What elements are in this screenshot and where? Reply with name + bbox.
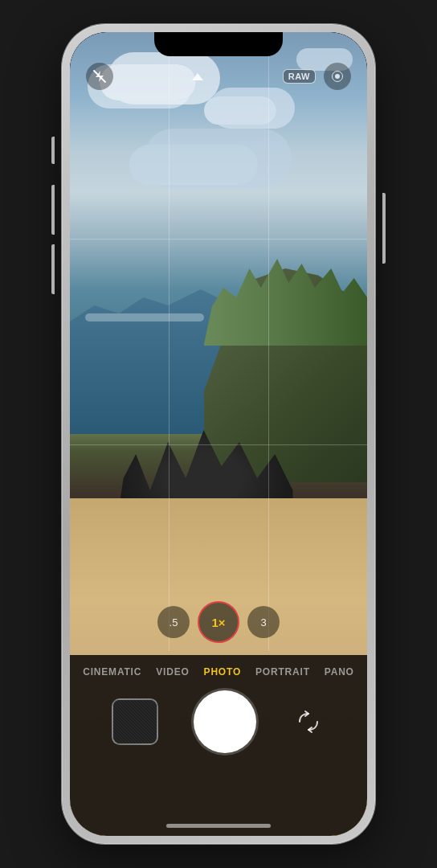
- live-dot: [335, 74, 340, 79]
- screen: RAW .5: [70, 32, 367, 836]
- phone-frame: RAW .5: [62, 24, 375, 844]
- flip-camera-button[interactable]: [292, 705, 325, 739]
- top-center-control[interactable]: [192, 73, 203, 80]
- flip-camera-icon: [296, 710, 321, 734]
- camera-controls-row: [70, 690, 367, 753]
- zoom-3x-label: 3: [260, 616, 266, 628]
- raw-badge[interactable]: RAW: [283, 69, 316, 84]
- zoom-1x-label: 1×: [211, 616, 225, 629]
- home-indicator[interactable]: [166, 824, 271, 828]
- volume-up-button[interactable]: [51, 185, 55, 235]
- live-circle: [332, 71, 343, 82]
- zoom-point5-button[interactable]: .5: [157, 606, 190, 638]
- cliff-vegetation: [204, 249, 368, 346]
- mode-selector: CINEMATIC VIDEO PHOTO PORTRAIT PANO: [70, 655, 367, 678]
- cloud-2: [204, 96, 276, 125]
- thumbnail-preview: [113, 700, 157, 743]
- zoom-controls: .5 1× 3: [157, 601, 280, 643]
- zoom-1x-button[interactable]: 1×: [198, 601, 239, 643]
- ocean-waves: [85, 313, 204, 321]
- phone-screen: RAW .5: [70, 32, 367, 836]
- mode-portrait[interactable]: PORTRAIT: [255, 666, 310, 678]
- live-icon: [329, 68, 345, 84]
- notch: [154, 32, 283, 56]
- zoom-point5-label: .5: [169, 616, 178, 628]
- cloud-4: [129, 145, 258, 185]
- silent-switch[interactable]: [51, 137, 55, 164]
- flash-button[interactable]: [86, 63, 113, 90]
- mode-video[interactable]: VIDEO: [156, 666, 189, 678]
- zoom-3x-button[interactable]: 3: [247, 606, 280, 638]
- mode-photo[interactable]: PHOTO: [204, 666, 241, 678]
- volume-down-button[interactable]: [51, 244, 55, 294]
- top-controls: RAW: [70, 63, 367, 90]
- chevron-up-icon: [192, 73, 203, 80]
- top-right-group: RAW: [283, 63, 351, 90]
- flash-icon: [92, 69, 107, 84]
- bottom-controls-area: CINEMATIC VIDEO PHOTO PORTRAIT PANO: [70, 655, 367, 836]
- photo-thumbnail[interactable]: [112, 698, 158, 745]
- mode-cinematic[interactable]: CINEMATIC: [83, 666, 141, 678]
- power-button[interactable]: [382, 193, 386, 264]
- shutter-button[interactable]: [194, 690, 256, 753]
- mode-pano[interactable]: PANO: [325, 666, 354, 678]
- live-photo-button[interactable]: [324, 63, 351, 90]
